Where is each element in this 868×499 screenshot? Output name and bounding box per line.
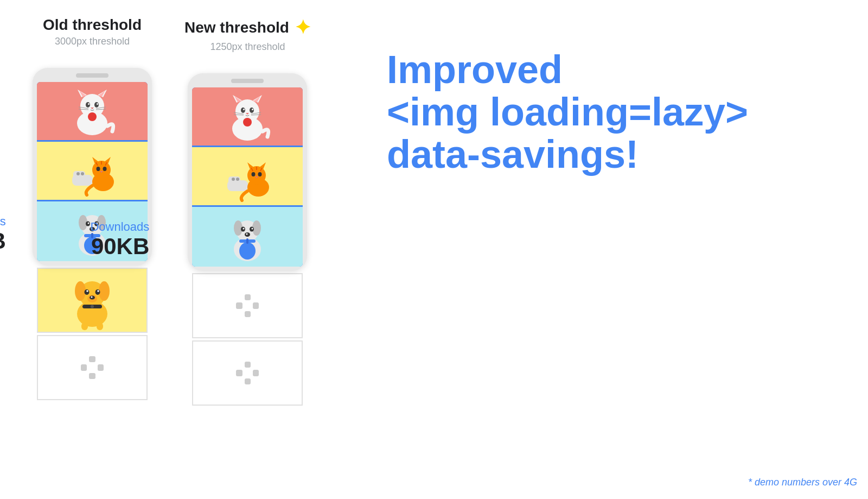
new-threshold-column: New threshold ✦ 1250px threshold Downloa… [184,16,311,406]
svg-point-52 [86,290,88,292]
svg-rect-56 [81,323,88,330]
svg-point-89 [239,242,256,260]
svg-point-94 [246,233,248,235]
new-below-phone [192,273,303,406]
new-loading-spinner-2 [234,359,261,387]
improved-headline: Improved <img loading=lazy> data-savings… [387,49,835,175]
new-orange-cat-image [192,147,303,207]
svg-point-7 [94,102,99,108]
svg-point-66 [243,109,245,110]
orange-cat-svg [68,145,117,197]
new-white-cat-svg [223,91,272,142]
new-loading-spinner-1 [234,292,261,319]
svg-point-73 [243,118,252,127]
old-downloads-text: Downloads [0,214,6,229]
svg-point-8 [88,103,90,105]
new-threshold-title-text: New threshold [184,19,289,36]
svg-point-67 [252,109,253,110]
loading-spinner-1 [79,354,106,381]
svg-point-97 [243,228,245,229]
demo-note: * demo numbers over 4G [748,477,857,488]
phone-notch [76,73,108,78]
svg-point-98 [252,228,253,229]
old-downloads-label-area: Downloads 160KB [0,214,6,254]
svg-point-6 [86,102,90,108]
old-loading-placeholder [37,335,148,400]
new-threshold-subtitle: 1250px threshold [184,41,311,53]
svg-point-65 [250,108,254,113]
svg-point-83 [258,172,262,176]
svg-point-51 [95,289,100,295]
svg-point-45 [75,281,86,301]
improved-line1: Improved [387,48,563,91]
old-downloads-size: 160KB [0,229,6,254]
old-threshold-title: Old threshold [43,16,142,34]
new-cat-image [192,87,303,147]
new-downloads-label-area: Downloads 90KB [90,220,149,259]
old-threshold-header: Old threshold 3000px threshold [43,16,142,47]
old-threshold-title-text: Old threshold [43,16,142,34]
new-loading-placeholder-1 [192,273,303,338]
svg-point-50 [85,289,90,295]
new-threshold-content: Downloads 90KB [188,73,307,406]
new-phone-screen [192,87,303,267]
svg-rect-100 [246,238,248,244]
new-phone-notch [231,79,264,83]
new-threshold-title: New threshold ✦ [184,16,311,39]
new-dog-image [192,207,303,267]
new-phone-mockup [188,73,307,271]
right-content-area: Improved <img loading=lazy> data-savings… [343,16,835,175]
old-yellow-dog-image [37,268,148,333]
old-threshold-column: Old threshold 3000px threshold Downloads… [33,16,152,400]
svg-point-49 [91,296,93,298]
old-threshold-subtitle: 3000px threshold [43,36,142,47]
svg-point-55 [91,305,94,308]
svg-point-18 [76,172,80,175]
svg-point-76 [232,178,235,181]
svg-point-24 [97,167,100,171]
old-below-phone [37,268,148,400]
svg-point-46 [99,281,110,301]
yellow-dog-svg [65,270,119,330]
svg-point-77 [236,178,239,181]
sparkle-icon: ✦ [295,16,311,39]
new-downloads-section: Downloads 90KB [188,73,307,406]
improved-line3: data-savings! [387,132,639,176]
svg-point-64 [241,108,245,113]
svg-point-19 [81,172,84,175]
new-dog-blue-svg [223,209,272,266]
new-orange-cat-svg [223,150,272,202]
new-downloads-text: Downloads [90,220,149,234]
new-threshold-header: New threshold ✦ 1250px threshold [184,16,311,53]
svg-point-82 [252,172,256,176]
svg-point-9 [97,103,98,105]
svg-point-53 [97,290,99,292]
old-cat-image [37,82,148,142]
main-container: Old threshold 3000px threshold Downloads… [0,0,868,499]
improved-line2: <img loading=lazy> [387,90,748,134]
svg-rect-57 [97,323,103,330]
svg-point-39 [88,222,90,224]
new-loading-placeholder-2 [192,340,303,406]
white-cat-svg [68,85,117,137]
svg-point-15 [88,112,97,121]
svg-point-25 [103,167,107,171]
new-downloads-size: 90KB [90,234,149,259]
old-orange-cat-image [37,142,148,201]
